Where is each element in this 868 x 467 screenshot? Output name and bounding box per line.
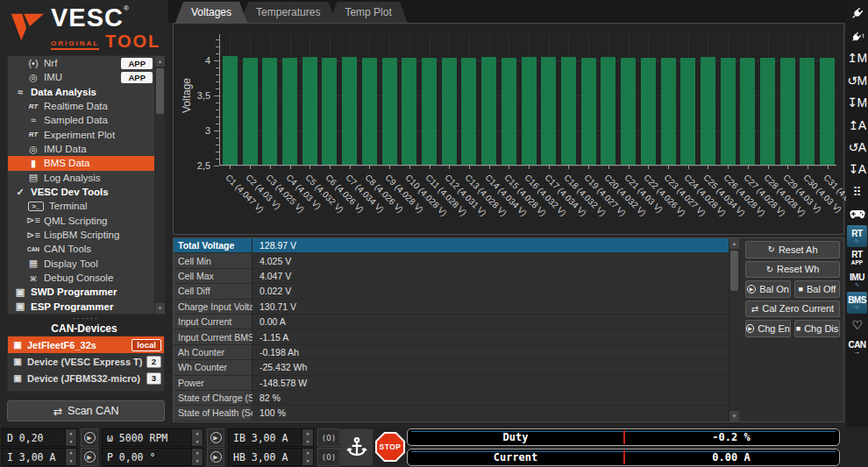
apply-setpoint-button[interactable]: ▶ — [207, 448, 224, 466]
spin-down-icon[interactable]: ▼ — [66, 438, 76, 447]
y-minor-tick — [216, 81, 219, 82]
rt-app-icon[interactable]: RTAPP — [847, 247, 867, 269]
connect-plug-icon[interactable] — [847, 3, 867, 25]
sidebar-item-swd-programmer[interactable]: ▣SWD Programmer — [8, 285, 155, 299]
spin-down-icon[interactable]: ▼ — [302, 457, 313, 466]
table-row-cell-min[interactable]: Cell Min4.025 V — [174, 253, 729, 268]
reset-wh-button[interactable]: ↻Reset Wh — [745, 261, 840, 279]
apply-setpoint-button[interactable]: ▶ — [81, 448, 98, 466]
table-row-input-current-bms-ic[interactable]: Input Current BMS IC-1.15 A — [174, 329, 729, 344]
splitter-handle[interactable]: ······ — [7, 315, 165, 322]
sidebar-item-imu[interactable]: ◎IMUAPP — [8, 70, 155, 84]
setpoint-input[interactable]: HB 3,00 A▲▼ — [228, 448, 314, 466]
imu-plot-icon[interactable]: IMU∿ — [847, 270, 867, 292]
sidebar-item-data-analysis[interactable]: ≈Data Analysis — [8, 85, 155, 99]
sidebar-item-bms-data[interactable]: ▮BMS Data — [8, 156, 155, 170]
tab-voltages[interactable]: Voltages — [175, 2, 247, 23]
tab-temperatures[interactable]: Temperatures — [240, 2, 336, 23]
sidebar-item-debug-console[interactable]: жDebug Console — [8, 271, 155, 285]
sidebar-item-realtime-data[interactable]: RTRealtime Data — [8, 99, 155, 113]
spin-up-icon[interactable]: ▲ — [192, 449, 203, 457]
table-row-cell-diff[interactable]: Cell Diff0.022 V — [174, 284, 729, 299]
can-device-device-jfbms32-micro[interactable]: ▣Device (JFBMS32-micro)3 — [8, 370, 164, 386]
sidebar-item-log-analysis[interactable]: ▤Log Analysis — [8, 171, 155, 185]
can-terminal-icon[interactable]: CAN→ — [847, 336, 867, 358]
y-minor-tick — [216, 46, 219, 47]
connections-icon[interactable]: ⠿ — [847, 180, 867, 202]
keep-position-button[interactable] — [340, 428, 374, 466]
scroll-up-icon[interactable]: ▲ — [155, 56, 165, 67]
spin-down-icon[interactable]: ▼ — [66, 457, 76, 466]
sidebar-item-vesc-dev-tools[interactable]: ✓VESC Dev Tools — [8, 185, 155, 199]
sidebar-item-label: QML Scripting — [44, 216, 107, 226]
cal-zero-current-button[interactable]: ⇄Cal Zero Current — [745, 301, 840, 318]
sidebar-item-esp-programmer[interactable]: ▣ESP Programmer — [8, 300, 155, 314]
apply-setpoint-button[interactable]: ▶ — [81, 428, 98, 447]
sidebar-item-qml-scripting[interactable]: ⊳≡QML Scripting — [8, 214, 155, 228]
sidebar-item-imu-data[interactable]: ◎IMU Data — [8, 142, 155, 156]
table-row-wh-counter[interactable]: Wh Counter-25.432 Wh — [174, 360, 729, 375]
read-motor-config-icon[interactable]: ↺M — [847, 69, 867, 91]
table-row-ah-counter[interactable]: Ah Counter-0.198 Ah — [174, 345, 729, 360]
reset-ah-button[interactable]: ↻Reset Ah — [745, 241, 840, 258]
sidebar-item-experiment-plot[interactable]: RTExperiment Plot — [8, 128, 155, 142]
scroll-up-icon[interactable]: ▲ — [729, 238, 739, 249]
spin-up-icon[interactable]: ▲ — [302, 429, 313, 438]
spin-down-icon[interactable]: ▼ — [192, 457, 203, 466]
read-default-app-config-icon[interactable]: ↧A — [847, 159, 867, 180]
sidebar-item-terminal[interactable]: >_Terminal — [8, 199, 155, 213]
table-row-state-of-health-soh[interactable]: State of Health (SoH)100 % — [174, 406, 729, 421]
chg-en-button[interactable]: ▶Chg En — [745, 320, 791, 337]
tab-temp-plot[interactable]: Temp Plot — [329, 2, 407, 23]
write-motor-config-icon[interactable]: ↥M — [847, 47, 867, 69]
table-row-cell-max[interactable]: Cell Max4.047 V — [174, 269, 729, 284]
chg-dis-button[interactable]: ■Chg Dis — [794, 320, 840, 337]
scan-can-button[interactable]: ⇄ Scan CAN — [7, 400, 165, 421]
scrollbar-thumb[interactable] — [156, 68, 164, 114]
sidebar-item-nrf[interactable]: (•)NrfAPP — [8, 56, 155, 70]
handbrake-button[interactable]: (O) — [317, 428, 340, 447]
bal-on-button[interactable]: ▶Bal On — [745, 280, 791, 298]
spin-up-icon[interactable]: ▲ — [66, 429, 76, 438]
sidebar-scrollbar[interactable]: ▲ ▼ — [154, 56, 164, 314]
sidebar-item-can-tools[interactable]: CANCAN Tools — [8, 242, 155, 256]
table-row-total-voltage[interactable]: Total Voltage128.97 V — [174, 238, 729, 253]
sidebar-item-lispbm-scripting[interactable]: ⊳≡LispBM Scripting — [8, 228, 155, 242]
spin-up-icon[interactable]: ▲ — [66, 449, 76, 457]
setpoint-input[interactable]: I 3,00 A▲▼ — [2, 448, 77, 466]
spin-up-icon[interactable]: ▲ — [192, 429, 203, 438]
read-default-motor-config-icon[interactable]: ↧M — [847, 92, 867, 114]
can-device-jetfleetf6-32s[interactable]: ▣JetFleetF6_32slocal — [8, 336, 164, 353]
y-minor-tick — [216, 39, 219, 40]
spin-down-icon[interactable]: ▼ — [192, 438, 203, 447]
read-app-config-icon[interactable]: ↺A — [847, 136, 867, 158]
setpoint-input[interactable]: D 0,20▲▼ — [2, 428, 77, 447]
write-app-config-icon[interactable]: ↥A — [847, 114, 867, 136]
table-scrollbar[interactable]: ▲ ▼ — [729, 238, 738, 421]
setpoint-input[interactable]: IB 3,00 A▲▼ — [228, 428, 314, 447]
setpoint-input[interactable]: P 0,00 °▲▼ — [102, 448, 203, 466]
scrollbar-thumb[interactable] — [730, 251, 738, 291]
gamepad-icon[interactable] — [847, 203, 867, 225]
spin-up-icon[interactable]: ▲ — [302, 449, 313, 457]
apply-setpoint-button[interactable]: ▶ — [207, 428, 224, 447]
stop-button[interactable]: STOP — [375, 432, 405, 462]
bal-off-button[interactable]: ■Bal Off — [794, 280, 840, 298]
table-row-input-current[interactable]: Input Current0.00 A — [174, 315, 729, 329]
scroll-down-icon[interactable]: ▼ — [155, 303, 165, 314]
realtime-data-icon[interactable]: RT∿ — [847, 225, 867, 247]
sidebar-item-display-tool[interactable]: ▦Display Tool — [8, 257, 155, 271]
setpoint-input[interactable]: ω 5000 RPM▲▼ — [102, 428, 203, 447]
table-row-charge-input-voltage[interactable]: Charge Input Voltage130.71 V — [174, 300, 729, 315]
handbrake-button[interactable]: (O) — [317, 448, 340, 466]
spin-down-icon[interactable]: ▼ — [302, 438, 313, 447]
sidebar-item-sampled-data[interactable]: ≈Sampled Data — [8, 113, 155, 127]
disconnect-plug-icon[interactable] — [847, 25, 867, 46]
y-minor-tick — [216, 159, 219, 159]
heart-icon[interactable]: ♡ — [847, 314, 867, 336]
can-device-device-vesc-express-t[interactable]: ▣Device (VESC Express T)2 — [8, 353, 164, 370]
table-row-state-of-charge-soc[interactable]: State of Charge (SoC)82 % — [174, 391, 729, 406]
table-row-power[interactable]: Power-148.578 W — [174, 376, 729, 391]
bms-plot-icon[interactable]: BMS∿ — [847, 292, 867, 314]
scroll-down-icon[interactable]: ▼ — [729, 411, 739, 421]
